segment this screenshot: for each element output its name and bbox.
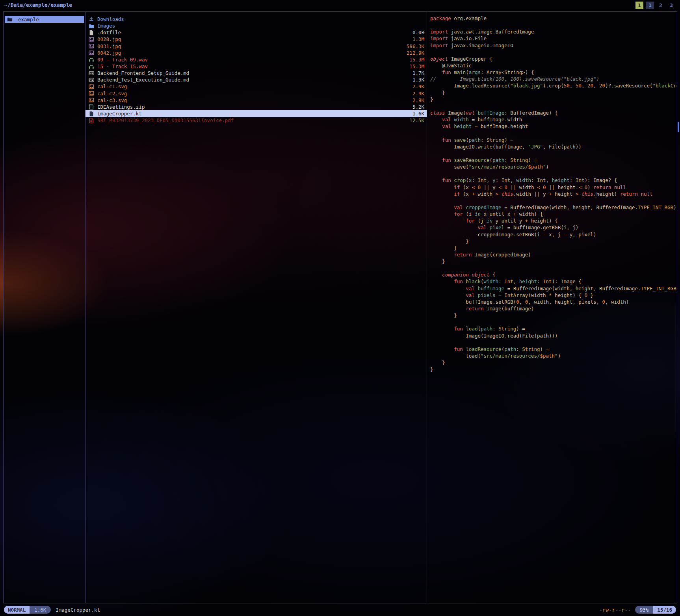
parent-dir-item-example[interactable]: example [5,16,84,23]
file-size: 1.3K [412,77,424,83]
file-name: SBI_0032013739_2023_DE05_0003155631Invoi… [97,117,409,123]
file-row-backend-test-execution-guide-md[interactable]: Backend_Test_Execution_Guide.md1.3K [85,76,427,83]
file-row-09-track-09-wav[interactable]: 09 - Track 09.wav15.3M [85,56,427,63]
parent-directory-pane: example [4,12,85,603]
code-line [430,265,677,271]
code-line: val pixel = buffImage.getRGB(i, j) [430,224,677,231]
code-line: val width = buffImage.width [430,116,677,123]
code-line: return Image(croppedImage) [430,251,677,258]
status-right: -rw-r--r-- 93% 15/16 [599,606,676,614]
tab-4[interactable]: 3 [667,2,675,9]
code-line: import javax.imageio.ImageIO [430,42,677,49]
code-line [430,22,677,28]
file-row-0028-jpg[interactable]: 0028.jpg1.3M [85,36,427,43]
code-line [430,197,677,204]
image-icon [89,37,95,42]
file-name: Images [97,23,424,29]
status-filename: ImageCropper.kt [56,607,100,613]
file-list-pane: DownloadsImages.dotfile0.0B0028.jpg1.3M0… [85,12,427,603]
code-line: } [430,258,677,265]
code-line: val pixels = IntArray(width * height) { … [430,292,677,299]
code-line [430,170,677,177]
file-row-cal-c3-svg[interactable]: cal-c3.svg2.9K [85,97,427,104]
code-line: fun crop(x: Int, y: Int, width: Int, hei… [430,177,677,184]
file-icon [89,30,95,35]
tab-2[interactable]: 1 [646,2,654,9]
file-manager-panes: example DownloadsImages.dotfile0.0B0028.… [3,11,677,603]
code-line: load("src/main/resources/$path") [430,353,677,359]
code-line: croppedImage.setRGB(i - x, j - y, pixel) [430,231,677,238]
code-line: Image(ImageIO.read(File(path))) [430,332,677,339]
tab-bar: 1123 [635,2,675,9]
code-line [430,130,677,136]
code-line [430,150,677,157]
file-row-0042-jpg[interactable]: 0042.jpg212.9K [85,50,427,56]
cursor-position: 15/16 [653,606,676,614]
code-line: for (j in y until y + height) { [430,217,677,224]
pdf-icon [89,118,95,123]
file-size: 586.3K [407,43,424,49]
file-row-backend-frontend-setup-guide-md[interactable]: Backend_Frontend_Setup_Guide.md1.7K [85,70,427,76]
file-size: 1.3M [412,36,424,42]
code-line [430,49,677,56]
code-line: ImageIO.write(buffImage, "JPG", File(pat… [430,143,677,150]
file-row-sbi-0032013739-2023-de05-0003155631invoice-pdf[interactable]: SBI_0032013739_2023_DE05_0003155631Invoi… [85,117,427,124]
code-line [430,319,677,325]
file-size: 5.2K [412,104,424,110]
code-line: } [430,312,677,319]
code-line: companion object { [430,271,677,278]
file-size-indicator: 1.6K [30,606,51,614]
file-size: 212.9K [407,50,424,56]
file-preview-pane: package org.example import java.awt.imag… [427,12,677,603]
image-icon [89,84,95,89]
file-size: 1.7K [412,70,424,76]
file-size: 0.0B [412,30,424,35]
audio-icon [89,64,95,69]
file-row-15-track-15-wav[interactable]: 15 - Track 15.wav15.3M [85,63,427,70]
file-size: 15.3M [409,63,424,69]
file-row-downloads[interactable]: Downloads [85,16,427,22]
file-name: Backend_Test_Execution_Guide.md [97,77,412,83]
code-line: } [430,238,677,245]
folder-icon [89,23,95,29]
image-icon [89,43,95,49]
download-icon [89,17,95,22]
code-line: fun loadResource(path: String) = [430,346,677,353]
file-icon [89,111,95,117]
zip-icon [89,104,95,109]
code-line: fun save(path: String) = [430,137,677,143]
code-line: object ImageCropper { [430,56,677,62]
file-name: 09 - Track 09.wav [97,57,409,63]
file-row-images[interactable]: Images [85,22,427,29]
file-name: 0028.jpg [97,36,412,42]
code-line: buffImage.setRGB(0, 0, width, height, pi… [430,299,677,305]
file-row-0031-jpg[interactable]: 0031.jpg586.3K [85,43,427,50]
code-line: } [430,359,677,366]
file-row-ideasettings-zip[interactable]: IDEAsettings.zip5.2K [85,104,427,110]
code-line: import java.io.File [430,35,677,42]
file-row-cal-c2-svg[interactable]: cal-c2.svg2.9K [85,90,427,97]
scroll-percent: 93% [635,606,654,614]
code-line: } [430,96,677,103]
parent-dir-label: example [18,17,39,22]
folder-icon [7,17,13,22]
tab-3[interactable]: 2 [657,2,665,9]
code-line: return Image(buffImage) [430,305,677,312]
image-icon [89,50,95,56]
code-line: // Image.black(100, 100).saveResource("b… [430,76,677,82]
code-line: @JvmStatic [430,62,677,69]
tab-1[interactable]: 1 [635,2,643,9]
preview-scrollbar-thumb[interactable] [678,122,679,132]
file-name: Backend_Frontend_Setup_Guide.md [97,70,412,76]
code-line: package org.example [430,15,677,22]
file-size: 15.3M [409,57,424,63]
code-line: val height = buffImage.height [430,123,677,130]
code-line: val buffImage = BufferedImage(width, hei… [430,285,677,292]
code-line: } [430,89,677,96]
file-row-cal-c1-svg[interactable]: cal-c1.svg2.9K [85,83,427,90]
file-name: cal-c3.svg [97,97,412,103]
file-row-imagecropper-kt[interactable]: ImageCropper.kt1.6K [85,110,427,117]
code-line: import java.awt.image.BufferedImage [430,28,677,35]
file-name: IDEAsettings.zip [97,104,412,110]
file-row-dotfile[interactable]: .dotfile0.0B [85,29,427,36]
